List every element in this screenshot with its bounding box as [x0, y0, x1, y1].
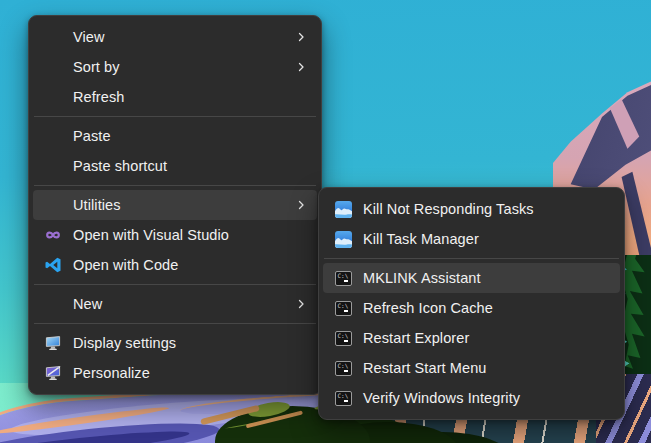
submenu-item-refresh-icon-cache[interactable]: Refresh Icon Cache: [323, 293, 620, 323]
menu-item-label: Utilities: [73, 197, 121, 213]
menu-item-label: Personalize: [73, 365, 150, 381]
menu-item-open-with-visual-studio[interactable]: Open with Visual Studio: [33, 220, 317, 250]
icon-spacer: [44, 127, 62, 145]
submenu-item-kill-not-responding-tasks[interactable]: Kill Not Responding Tasks: [323, 194, 620, 224]
submenu-item-kill-task-manager[interactable]: Kill Task Manager: [323, 224, 620, 254]
task-manager-icon: [334, 230, 352, 248]
cmd-icon: [334, 389, 352, 407]
menu-separator: [34, 323, 316, 324]
submenu-item-mklink-assistant[interactable]: MKLINK Assistant: [323, 263, 620, 293]
icon-spacer: [44, 88, 62, 106]
menu-item-label: Verify Windows Integrity: [363, 390, 520, 406]
chevron-right-icon: [295, 199, 307, 211]
menu-separator: [34, 185, 316, 186]
menu-item-label: Paste shortcut: [73, 158, 167, 174]
menu-item-label: Open with Visual Studio: [73, 227, 229, 243]
menu-item-label: MKLINK Assistant: [363, 270, 481, 286]
menu-item-label: View: [73, 29, 105, 45]
menu-item-label: Kill Not Responding Tasks: [363, 201, 534, 217]
menu-item-view[interactable]: View: [33, 22, 317, 52]
chevron-right-icon: [295, 61, 307, 73]
menu-item-label: Open with Code: [73, 257, 178, 273]
menu-item-label: Display settings: [73, 335, 176, 351]
menu-separator: [324, 258, 619, 259]
menu-item-label: Refresh: [73, 89, 124, 105]
menu-item-label: Restart Start Menu: [363, 360, 487, 376]
menu-item-new[interactable]: New: [33, 289, 317, 319]
display-settings-icon: [44, 334, 62, 352]
menu-item-paste-shortcut[interactable]: Paste shortcut: [33, 151, 317, 181]
submenu-item-restart-explorer[interactable]: Restart Explorer: [323, 323, 620, 353]
menu-item-label: New: [73, 296, 102, 312]
personalize-icon: [44, 364, 62, 382]
menu-separator: [34, 116, 316, 117]
chevron-right-icon: [295, 31, 307, 43]
cmd-icon: [334, 299, 352, 317]
cmd-icon: [334, 359, 352, 377]
utilities-submenu: Kill Not Responding Tasks Kill Task Mana…: [318, 187, 625, 420]
menu-item-paste[interactable]: Paste: [33, 121, 317, 151]
cmd-icon: [334, 329, 352, 347]
icon-spacer: [44, 196, 62, 214]
icon-spacer: [44, 295, 62, 313]
task-manager-icon: [334, 200, 352, 218]
menu-item-open-with-code[interactable]: Open with Code: [33, 250, 317, 280]
menu-item-sort-by[interactable]: Sort by: [33, 52, 317, 82]
menu-separator: [34, 284, 316, 285]
menu-item-label: Refresh Icon Cache: [363, 300, 493, 316]
vscode-icon: [44, 256, 62, 274]
menu-item-utilities[interactable]: Utilities: [33, 190, 317, 220]
menu-item-label: Kill Task Manager: [363, 231, 479, 247]
submenu-item-restart-start-menu[interactable]: Restart Start Menu: [323, 353, 620, 383]
menu-item-label: Paste: [73, 128, 111, 144]
menu-item-personalize[interactable]: Personalize: [33, 358, 317, 388]
menu-item-refresh[interactable]: Refresh: [33, 82, 317, 112]
chevron-right-icon: [295, 298, 307, 310]
icon-spacer: [44, 28, 62, 46]
icon-spacer: [44, 58, 62, 76]
menu-item-label: Restart Explorer: [363, 330, 469, 346]
submenu-item-verify-windows-integrity[interactable]: Verify Windows Integrity: [323, 383, 620, 413]
visual-studio-icon: [44, 226, 62, 244]
menu-item-label: Sort by: [73, 59, 120, 75]
menu-item-display-settings[interactable]: Display settings: [33, 328, 317, 358]
cmd-icon: [334, 269, 352, 287]
desktop-context-menu: View Sort by Refresh Paste Paste shortcu…: [28, 15, 322, 395]
icon-spacer: [44, 157, 62, 175]
